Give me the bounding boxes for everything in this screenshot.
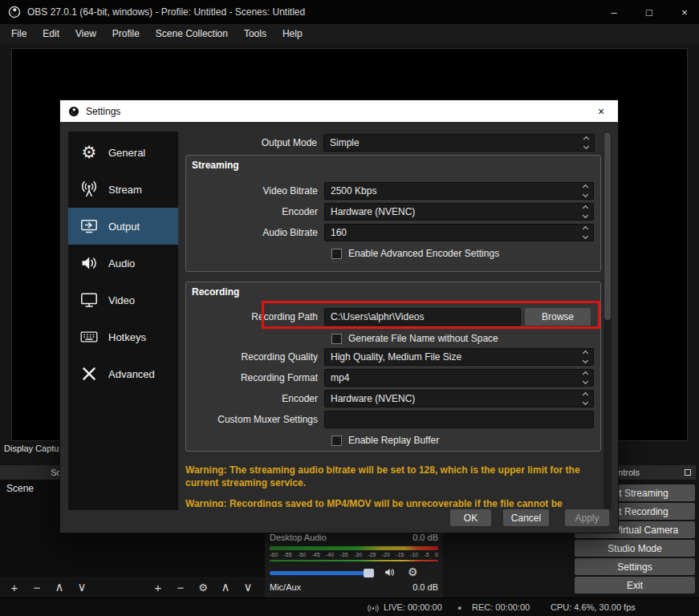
volume-slider-handle[interactable] xyxy=(364,569,374,578)
stream-encoder-select[interactable]: Hardware (NVENC) xyxy=(324,203,594,221)
replay-buffer-checkbox[interactable] xyxy=(331,436,342,446)
sidebar-item-general[interactable]: ⚙ General xyxy=(68,134,178,171)
advanced-encoder-checkbox[interactable] xyxy=(331,249,342,259)
streaming-group-title: Streaming xyxy=(192,160,239,171)
tick-label: -35 xyxy=(339,552,347,557)
obs-logo-icon xyxy=(8,6,21,18)
mic-aux-label: Mic/Aux xyxy=(270,582,301,592)
volume-slider[interactable] xyxy=(270,571,372,575)
video-bitrate-label: Video Bitrate xyxy=(186,185,324,197)
audio-bitrate-row: Audio Bitrate 160 xyxy=(186,224,600,241)
add-source-button[interactable]: + xyxy=(147,581,169,594)
sidebar-item-label: Stream xyxy=(108,184,142,196)
rec-status: REC: 00:00:00 xyxy=(472,602,530,612)
gear-icon: ⚙ xyxy=(79,143,100,162)
mic-aux-level: 0.0 dB xyxy=(412,582,438,592)
settings-button[interactable]: Settings xyxy=(575,558,695,575)
menu-item-edit[interactable]: Edit xyxy=(35,24,67,43)
menu-item-help[interactable]: Help xyxy=(274,24,311,43)
remove-source-button[interactable]: − xyxy=(169,581,192,594)
source-properties-gear-icon[interactable]: ⚙ xyxy=(192,582,214,594)
recording-encoder-select[interactable]: Hardware (NVENC) xyxy=(324,390,594,407)
menu-item-profile[interactable]: Profile xyxy=(104,24,148,43)
volume-meter-secondary xyxy=(270,560,438,561)
settings-sidebar: ⚙ General Stream Output Audio xyxy=(68,132,178,510)
sidebar-item-audio[interactable]: Audio xyxy=(68,245,178,282)
video-bitrate-spinner[interactable]: 2500 Kbps xyxy=(324,182,594,200)
dialog-close-button[interactable]: × xyxy=(592,105,610,118)
source-down-button[interactable]: ∨ xyxy=(237,580,259,594)
output-icon xyxy=(79,217,100,236)
sidebar-item-label: Hotkeys xyxy=(108,331,146,343)
stream-encoder-label: Encoder xyxy=(186,206,324,217)
mixer-gear-icon[interactable]: ⚙ xyxy=(408,565,418,578)
chevron-up-icon xyxy=(583,205,588,211)
recording-format-select[interactable]: mp4 xyxy=(324,369,594,387)
ok-button[interactable]: OK xyxy=(450,509,491,526)
sidebar-item-stream[interactable]: Stream xyxy=(68,171,178,208)
chevron-up-icon xyxy=(583,136,589,142)
generate-filename-checkbox[interactable] xyxy=(331,334,342,344)
sidebar-item-hotkeys[interactable]: Hotkeys xyxy=(68,318,178,355)
scrollbar-thumb[interactable] xyxy=(604,132,611,320)
chevron-down-icon xyxy=(583,144,589,149)
scene-down-button[interactable]: ∨ xyxy=(71,580,93,594)
chevron-up-icon xyxy=(583,184,588,190)
tick-label: -10 xyxy=(410,552,418,557)
chevron-down-icon xyxy=(583,192,588,197)
dock-float-icon[interactable] xyxy=(685,469,691,476)
sidebar-item-video[interactable]: Video xyxy=(68,282,178,318)
tick-label: -15 xyxy=(396,552,404,557)
live-status: LIVE: 00:00:00 xyxy=(384,602,442,612)
apply-button[interactable]: Apply xyxy=(565,509,609,526)
volume-meter xyxy=(270,546,438,550)
rec-dot-icon: ● xyxy=(457,604,461,612)
minimize-button[interactable]: – xyxy=(599,0,628,24)
custom-muxer-input[interactable] xyxy=(324,411,594,428)
obs-main-window: OBS 27.0.1 (64-bit, windows) - Profile: … xyxy=(0,0,699,616)
dropdown-arrows[interactable] xyxy=(579,350,591,364)
output-mode-select[interactable]: Simple xyxy=(323,134,595,152)
maximize-button[interactable]: □ xyxy=(635,0,664,24)
tick-label: -45 xyxy=(311,552,319,557)
mixer-speaker-icon[interactable] xyxy=(384,566,396,582)
dropdown-arrows[interactable] xyxy=(580,136,592,150)
video-bitrate-row: Video Bitrate 2500 Kbps xyxy=(186,182,600,200)
cancel-button[interactable]: Cancel xyxy=(503,509,549,526)
monitor-icon xyxy=(79,290,100,310)
source-up-button[interactable]: ∧ xyxy=(214,580,237,594)
remove-scene-button[interactable]: − xyxy=(26,581,48,594)
tick-label: -40 xyxy=(326,552,334,557)
tick-label: -25 xyxy=(368,552,376,557)
dropdown-arrows[interactable] xyxy=(579,391,591,406)
recording-format-row: Recording Format mp4 xyxy=(186,369,600,387)
add-scene-button[interactable]: + xyxy=(3,581,26,594)
dialog-titlebar[interactable]: Settings × xyxy=(60,100,618,122)
dialog-obs-icon xyxy=(68,106,79,117)
tick-label: -55 xyxy=(283,552,291,557)
studio-mode-button[interactable]: Studio Mode xyxy=(575,540,695,557)
settings-scrollbar[interactable] xyxy=(603,132,612,510)
recording-quality-select[interactable]: High Quality, Medium File Size xyxy=(324,348,594,366)
menu-item-file[interactable]: File xyxy=(3,24,35,43)
desktop-audio-level: 0.0 dB xyxy=(412,533,438,542)
menu-item-tools[interactable]: Tools xyxy=(236,24,274,43)
output-mode-value: Simple xyxy=(330,137,360,148)
close-button[interactable]: × xyxy=(670,0,699,24)
spinner-arrows[interactable] xyxy=(579,184,591,198)
exit-button[interactable]: Exit xyxy=(575,577,695,594)
dropdown-arrows[interactable] xyxy=(579,371,591,385)
tick-label: -30 xyxy=(354,552,362,557)
sidebar-item-output[interactable]: Output xyxy=(68,208,178,245)
audio-bitrate-select[interactable]: 160 xyxy=(324,224,594,241)
dropdown-arrows[interactable] xyxy=(579,225,591,240)
chevron-up-icon xyxy=(583,392,588,398)
sidebar-item-advanced[interactable]: Advanced xyxy=(68,355,178,392)
scene-up-button[interactable]: ∧ xyxy=(48,580,71,594)
replay-buffer-row: Enable Replay Buffer xyxy=(186,434,600,447)
dropdown-arrows[interactable] xyxy=(579,205,591,219)
warning-text: Warning: Recordings saved to MP4/MOV wil… xyxy=(185,497,601,507)
menu-item-scene-collection[interactable]: Scene Collection xyxy=(148,24,236,43)
menu-item-view[interactable]: View xyxy=(67,24,104,43)
recording-encoder-value: Hardware (NVENC) xyxy=(331,393,415,404)
